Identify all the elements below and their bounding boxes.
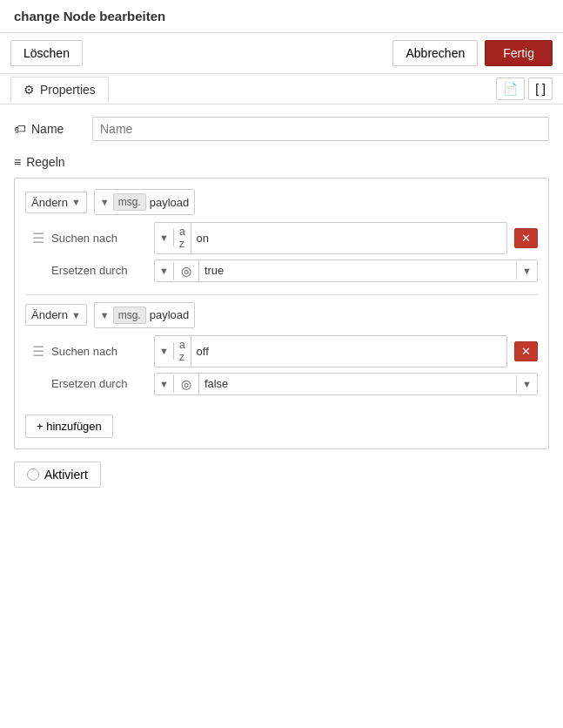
rule-1-action-dropdown[interactable]: Ändern ▼ bbox=[25, 192, 87, 213]
aktiviert-label: Aktiviert bbox=[44, 468, 88, 482]
rule-block-1: Ändern ▼ ▼ msg. payload ☰ Suchen nach ▼ … bbox=[25, 189, 538, 282]
chevron-down-icon-8[interactable]: ▼ bbox=[155, 342, 174, 360]
chevron-down-icon-10[interactable]: ▼ bbox=[516, 375, 537, 393]
rule-2-target-prefix: msg. bbox=[113, 307, 146, 324]
tag-icon: 🏷 bbox=[14, 122, 26, 136]
rule-1-remove-button[interactable]: ✕ bbox=[514, 228, 538, 248]
drag-handle-icon[interactable]: ☰ bbox=[32, 230, 44, 246]
rule-1-target-dropdown[interactable]: ▼ msg. payload bbox=[94, 189, 195, 215]
chevron-down-icon-2: ▼ bbox=[100, 197, 110, 207]
header: change Node bearbeiten bbox=[0, 0, 563, 33]
done-button[interactable]: Fertig bbox=[485, 40, 553, 66]
regeln-section-label: ≡ Regeln bbox=[14, 155, 549, 169]
aktiviert-button[interactable]: Aktiviert bbox=[14, 462, 101, 488]
tab-bracket-button[interactable]: [ ] bbox=[528, 78, 553, 100]
tab-bar: ⚙ Properties 📄 [ ] bbox=[0, 74, 563, 104]
rule-2-remove-button[interactable]: ✕ bbox=[514, 341, 538, 361]
rule-2-search-input[interactable] bbox=[191, 341, 506, 361]
rule-1-target-prefix: msg. bbox=[113, 193, 146, 211]
name-input[interactable] bbox=[92, 117, 549, 141]
rule-2-target-dropdown[interactable]: ▼ msg. payload bbox=[94, 302, 195, 328]
chevron-down-icon-3[interactable]: ▼ bbox=[155, 229, 174, 246]
rule-2-search-input-group: ▼ az bbox=[154, 335, 507, 367]
tab-icon-group: 📄 [ ] bbox=[496, 74, 553, 104]
add-rule-button[interactable]: + hinzufügen bbox=[25, 415, 113, 438]
chevron-down-icon-7: ▼ bbox=[100, 310, 110, 320]
gear-icon: ⚙ bbox=[23, 83, 35, 97]
rule-1-replace-row: ☰ Ersetzen durch ▼ ◎ ▼ bbox=[25, 260, 538, 282]
page-title: change Node bearbeiten bbox=[14, 9, 165, 24]
rule-2-replace-label: Ersetzen durch bbox=[51, 377, 147, 390]
rule-1-replace-input-group: ▼ ◎ ▼ bbox=[154, 260, 538, 282]
rules-container: Ändern ▼ ▼ msg. payload ☰ Suchen nach ▼ … bbox=[14, 178, 549, 449]
name-field-row: 🏷 Name bbox=[14, 117, 549, 141]
rule-1-target-value: payload bbox=[150, 196, 190, 209]
list-icon: ≡ bbox=[14, 155, 21, 169]
chevron-down-icon-9[interactable]: ▼ bbox=[155, 375, 174, 393]
circle-icon-2: ◎ bbox=[174, 374, 199, 394]
name-label: 🏷 Name bbox=[14, 122, 84, 136]
main-content: 🏷 Name ≡ Regeln Ändern ▼ ▼ msg. payload bbox=[0, 104, 563, 500]
chevron-down-icon-4[interactable]: ▼ bbox=[155, 262, 174, 280]
rule-1-search-row: ☰ Suchen nach ▼ az ✕ bbox=[25, 222, 538, 254]
rule-2-replace-input[interactable] bbox=[199, 374, 516, 394]
drag-handle-icon-3[interactable]: ☰ bbox=[32, 343, 44, 360]
cancel-button[interactable]: Abbrechen bbox=[392, 40, 478, 66]
rule-1-action-label: Ändern bbox=[31, 196, 68, 209]
rule-2-search-row: ☰ Suchen nach ▼ az ✕ bbox=[25, 335, 538, 367]
rule-2-header: Ändern ▼ ▼ msg. payload bbox=[25, 302, 538, 328]
rule-block-2: Ändern ▼ ▼ msg. payload ☰ Suchen nach ▼ … bbox=[25, 302, 538, 395]
az-icon-2: az bbox=[174, 336, 191, 367]
rule-separator bbox=[25, 294, 538, 295]
tab-doc-button[interactable]: 📄 bbox=[496, 78, 525, 100]
toolbar: Löschen Abbrechen Fertig bbox=[0, 33, 563, 74]
circle-icon: ◎ bbox=[174, 260, 199, 281]
rule-1-replace-label: Ersetzen durch bbox=[51, 264, 147, 277]
rule-2-target-value: payload bbox=[150, 308, 190, 321]
rule-1-search-label: Suchen nach bbox=[51, 232, 147, 245]
rule-1-search-input[interactable] bbox=[191, 228, 506, 248]
rule-1-search-input-group: ▼ az bbox=[154, 222, 507, 254]
tab-properties-label: Properties bbox=[40, 83, 96, 97]
rule-1-header: Ändern ▼ ▼ msg. payload bbox=[25, 189, 538, 215]
chevron-down-icon-5[interactable]: ▼ bbox=[516, 262, 537, 280]
rule-2-action-dropdown[interactable]: Ändern ▼ bbox=[25, 304, 87, 326]
rule-2-search-label: Suchen nach bbox=[51, 345, 147, 358]
az-icon: az bbox=[174, 223, 191, 253]
delete-button[interactable]: Löschen bbox=[10, 40, 83, 66]
rule-2-action-label: Ändern bbox=[31, 308, 68, 321]
chevron-down-icon-6: ▼ bbox=[71, 310, 81, 320]
rule-2-replace-row: ☰ Ersetzen durch ▼ ◎ ▼ bbox=[25, 373, 538, 395]
tab-properties[interactable]: ⚙ Properties bbox=[10, 77, 109, 103]
rule-1-replace-input[interactable] bbox=[199, 260, 516, 280]
chevron-down-icon: ▼ bbox=[71, 197, 81, 207]
rule-2-replace-input-group: ▼ ◎ ▼ bbox=[154, 373, 538, 395]
circle-empty-icon bbox=[27, 468, 39, 481]
